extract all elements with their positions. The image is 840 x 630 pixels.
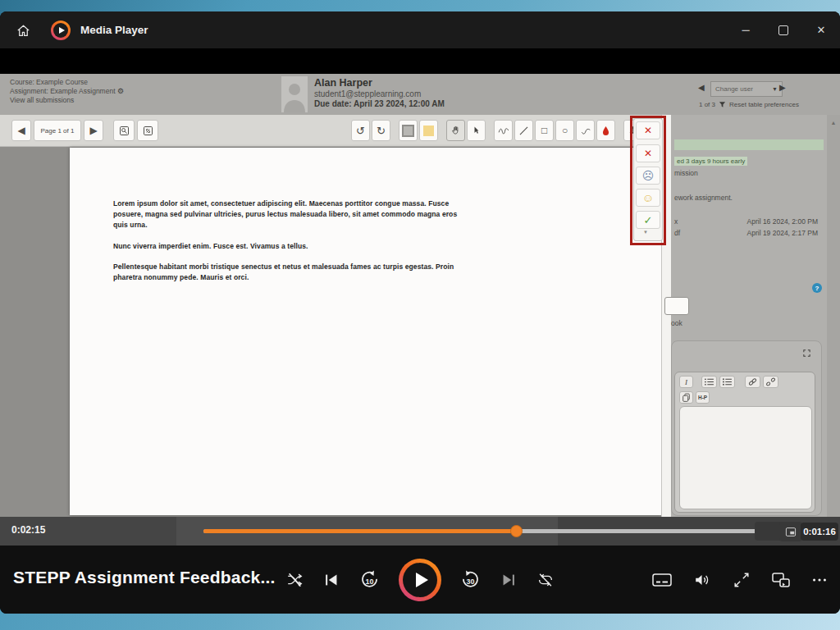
repeat-off-button[interactable] xyxy=(536,571,555,589)
student-avatar xyxy=(281,76,308,112)
unlink-button[interactable] xyxy=(763,376,778,388)
stamp-check-option[interactable]: ✓ xyxy=(636,211,660,229)
previous-track-button[interactable] xyxy=(322,571,340,589)
highlight-color-button[interactable] xyxy=(419,120,438,141)
rectangle-tool-button[interactable]: □ xyxy=(535,120,554,141)
fullscreen-button[interactable] xyxy=(732,571,751,589)
forward-30-button[interactable]: 30 xyxy=(459,569,482,590)
stamp-x-option[interactable]: ✕ xyxy=(636,144,660,162)
view-all-submissions-link[interactable]: View all submissions xyxy=(10,96,124,105)
freehand-tool-button[interactable] xyxy=(494,120,513,141)
desktop: Media Player ─ ✕ Course: Example Course … xyxy=(0,0,840,630)
next-icon xyxy=(500,571,518,589)
media-player-logo-icon xyxy=(51,21,71,40)
gradebook-label: ook xyxy=(671,319,682,327)
next-track-button[interactable] xyxy=(500,571,518,589)
dropdown-scroll-icon[interactable]: ▼ xyxy=(643,230,648,235)
italic-button[interactable]: I xyxy=(679,376,693,388)
zoom-button[interactable] xyxy=(113,120,135,141)
app-logo xyxy=(49,19,72,42)
media-player-window: Media Player ─ ✕ Course: Example Course … xyxy=(0,11,840,614)
person-icon xyxy=(281,76,308,112)
expand-panel-icon[interactable] xyxy=(802,349,811,358)
curve-tool-button[interactable] xyxy=(576,120,595,141)
bullet-list-button[interactable] xyxy=(701,376,717,388)
course-label: Course: Example Course xyxy=(10,78,124,87)
rotate-cw-button[interactable]: ↻ xyxy=(372,120,390,141)
rewind-label: 10 xyxy=(366,578,374,586)
seek-aux-button[interactable] xyxy=(755,522,783,541)
checkmark-icon: ✓ xyxy=(644,214,653,226)
play-button[interactable] xyxy=(399,559,441,601)
fit-page-button[interactable] xyxy=(137,120,158,141)
document-page: Lorem ipsum dolor sit amet, consectetuer… xyxy=(70,148,661,515)
seek-track[interactable] xyxy=(203,529,768,533)
fullscreen-icon xyxy=(732,571,751,589)
transport-controls: 10 30 xyxy=(279,546,561,614)
magnifier-page-icon xyxy=(118,125,130,137)
more-options-button[interactable] xyxy=(810,571,829,589)
help-icon[interactable]: ? xyxy=(812,283,822,293)
close-button[interactable]: ✕ xyxy=(802,11,840,48)
hand-icon xyxy=(450,125,461,136)
change-user-select[interactable]: Change user ▼ xyxy=(710,81,783,97)
paragraph: Lorem ipsum dolor sit amet, consectetuer… xyxy=(113,199,462,231)
hand-tool-button[interactable] xyxy=(446,120,465,141)
rewind-10-button[interactable]: 10 xyxy=(358,569,381,590)
due-date: Due date: April 23 2024, 12:00 AM xyxy=(314,99,445,108)
feedback-textarea[interactable] xyxy=(679,406,812,509)
file-name[interactable]: df xyxy=(674,229,680,237)
highlight-swatch-icon xyxy=(423,126,434,136)
sidebar-scroll-track[interactable]: ▲ xyxy=(827,115,840,517)
numbered-list-icon xyxy=(722,377,733,386)
video-frame[interactable]: Course: Example Course Assignment: Examp… xyxy=(0,48,840,517)
stamp-x-button[interactable]: ✕ xyxy=(636,121,660,139)
captions-button[interactable] xyxy=(651,571,673,589)
select-area-button[interactable] xyxy=(399,120,418,141)
line-tool-button[interactable] xyxy=(514,120,533,141)
droplet-icon xyxy=(601,126,610,136)
maximize-button[interactable] xyxy=(765,11,802,48)
volume-button[interactable] xyxy=(692,571,713,589)
app-title: Media Player xyxy=(80,11,148,48)
next-page-button[interactable]: ▶ xyxy=(84,120,103,141)
closed-captions-icon xyxy=(651,571,673,589)
file-date: April 16 2024, 2:00 PM xyxy=(747,217,818,226)
file-name[interactable]: x xyxy=(674,217,678,226)
color-drop-button[interactable] xyxy=(596,120,615,141)
shuffle-off-button[interactable] xyxy=(285,571,304,589)
numbered-list-button[interactable] xyxy=(719,376,735,388)
rotate-ccw-button[interactable]: ↺ xyxy=(351,120,370,141)
submission-sidebar: ▲ ed 3 days 9 hours early mission ework … xyxy=(671,115,840,517)
mini-preview-button[interactable] xyxy=(779,522,802,541)
stamp-smile-option[interactable]: ☺ xyxy=(636,189,660,207)
minimize-button[interactable]: ─ xyxy=(727,11,765,48)
previous-icon xyxy=(322,571,340,589)
line-icon xyxy=(518,126,529,136)
paragraph: Pellentesque habitant morbi tristique se… xyxy=(113,262,462,283)
score-input[interactable] xyxy=(664,297,689,315)
reset-preferences-link[interactable]: Reset table preferences xyxy=(729,101,799,108)
link-button[interactable] xyxy=(745,376,760,388)
stamp-sad-option[interactable]: ☹ xyxy=(636,167,660,185)
gear-icon[interactable]: ⚙ xyxy=(117,87,124,95)
scroll-up-icon[interactable]: ▲ xyxy=(827,120,840,126)
freehand-icon xyxy=(498,126,509,135)
h5p-insert-button[interactable]: H-P xyxy=(696,391,710,404)
cast-button[interactable] xyxy=(770,571,792,589)
ellipse-tool-button[interactable]: ○ xyxy=(555,120,574,141)
home-button[interactable] xyxy=(11,19,34,42)
filter-icon[interactable] xyxy=(719,101,726,108)
copy-content-button[interactable] xyxy=(679,391,693,404)
home-icon xyxy=(16,23,31,39)
assignment-note: ework assignment. xyxy=(674,194,733,202)
chevron-down-icon: ▼ xyxy=(772,86,778,92)
volume-icon xyxy=(692,571,713,589)
prev-page-button[interactable]: ◀ xyxy=(11,120,31,141)
next-user-button[interactable]: ▶ xyxy=(779,83,786,92)
feedback-editor[interactable]: I xyxy=(674,372,815,513)
seek-thumb[interactable] xyxy=(510,525,523,537)
previous-user-button[interactable]: ◀ xyxy=(698,83,705,92)
seek-fill xyxy=(203,529,516,533)
cursor-tool-button[interactable] xyxy=(467,120,486,141)
